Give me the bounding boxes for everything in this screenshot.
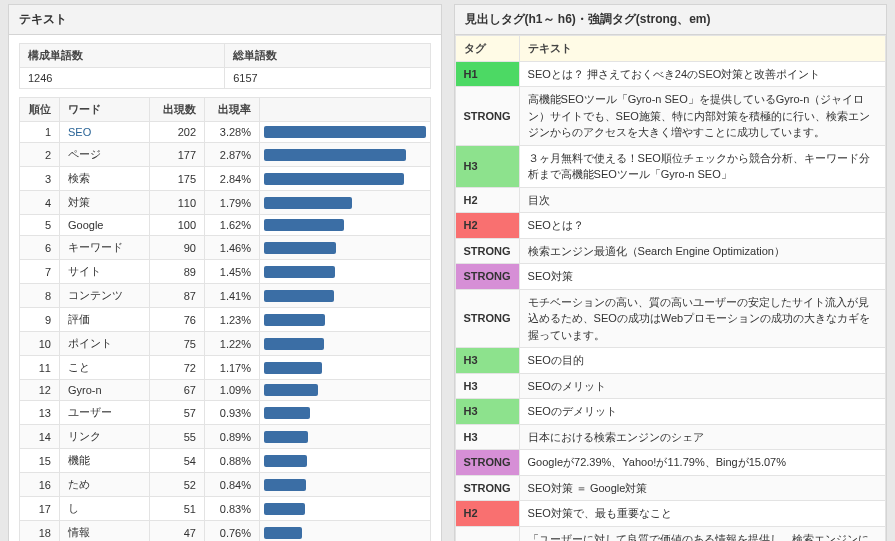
cell-word: 対策	[60, 191, 150, 215]
table-row: H2目次	[455, 187, 886, 213]
frequency-bar	[264, 242, 336, 254]
frequency-bar	[264, 126, 426, 138]
frequency-bar	[264, 503, 305, 515]
table-row: STRONG検索エンジン最適化（Search Engine Optimizati…	[455, 238, 886, 264]
word-table-header-row: 順位 ワード 出現数 出現率	[20, 98, 431, 122]
col-tag: タグ	[455, 36, 519, 62]
col-rank[interactable]: 順位	[20, 98, 60, 122]
cell-text: 検索エンジン最適化（Search Engine Optimization）	[519, 238, 885, 264]
frequency-bar	[264, 219, 344, 231]
cell-rank: 5	[20, 215, 60, 236]
cell-rate: 1.41%	[205, 284, 260, 308]
table-row: 3検索1752.84%	[20, 167, 431, 191]
table-row: H1SEOとは？ 押さえておくべき24のSEO対策と改善ポイント	[455, 61, 886, 87]
cell-bar	[260, 521, 431, 542]
frequency-bar	[264, 384, 318, 396]
cell-text: SEOのメリット	[519, 373, 885, 399]
table-row: 18情報470.76%	[20, 521, 431, 542]
table-row: H2SEOとは？	[455, 213, 886, 239]
cell-rate: 0.88%	[205, 449, 260, 473]
panel-title-headings: 見出しタグ(h1～ h6)・強調タグ(strong、em)	[455, 5, 887, 35]
cell-word: リンク	[60, 425, 150, 449]
cell-rate: 1.17%	[205, 356, 260, 380]
summary-table: 構成単語数 総単語数 1246 6157	[19, 43, 431, 89]
table-row: 2ページ1772.87%	[20, 143, 431, 167]
summary-header-wordcount: 構成単語数	[20, 44, 225, 68]
cell-rate: 0.76%	[205, 521, 260, 542]
table-row: STRONGSEO対策 ＝ Google対策	[455, 475, 886, 501]
cell-rank: 13	[20, 401, 60, 425]
cell-rank: 6	[20, 236, 60, 260]
cell-rate: 2.87%	[205, 143, 260, 167]
table-row: 11こと721.17%	[20, 356, 431, 380]
cell-word: 検索	[60, 167, 150, 191]
cell-count: 51	[150, 497, 205, 521]
cell-bar	[260, 215, 431, 236]
cell-word: ユーザー	[60, 401, 150, 425]
frequency-bar	[264, 455, 307, 467]
cell-count: 67	[150, 380, 205, 401]
heading-tags-panel: 見出しタグ(h1～ h6)・強調タグ(strong、em) タグ テキスト H1…	[454, 4, 888, 541]
cell-rate: 0.84%	[205, 473, 260, 497]
cell-rate: 1.46%	[205, 236, 260, 260]
cell-rate: 1.09%	[205, 380, 260, 401]
cell-bar	[260, 497, 431, 521]
table-row: H2SEO対策で、最も重要なこと	[455, 501, 886, 527]
cell-text: Googleが72.39%、Yahoo!が11.79%、Bingが15.07%	[519, 450, 885, 476]
cell-rate: 0.93%	[205, 401, 260, 425]
cell-bar	[260, 473, 431, 497]
cell-count: 76	[150, 308, 205, 332]
cell-rate: 0.89%	[205, 425, 260, 449]
cell-rank: 3	[20, 167, 60, 191]
cell-bar	[260, 236, 431, 260]
cell-rank: 9	[20, 308, 60, 332]
cell-count: 72	[150, 356, 205, 380]
frequency-bar	[264, 266, 335, 278]
cell-rank: 10	[20, 332, 60, 356]
cell-bar	[260, 356, 431, 380]
cell-rank: 1	[20, 122, 60, 143]
cell-text: SEOのデメリット	[519, 399, 885, 425]
table-row: 16ため520.84%	[20, 473, 431, 497]
cell-text: SEO対策で、最も重要なこと	[519, 501, 885, 527]
cell-word: ため	[60, 473, 150, 497]
table-row: STRONGGoogleが72.39%、Yahoo!が11.79%、Bingが1…	[455, 450, 886, 476]
frequency-bar	[264, 479, 306, 491]
table-row: STRONGモチベーションの高い、質の高いユーザーの安定したサイト流入が見込める…	[455, 289, 886, 348]
cell-text: SEOとは？ 押さえておくべき24のSEO対策と改善ポイント	[519, 61, 885, 87]
col-count[interactable]: 出現数	[150, 98, 205, 122]
frequency-bar	[264, 431, 308, 443]
table-row: 7サイト891.45%	[20, 260, 431, 284]
frequency-bar	[264, 314, 325, 326]
cell-rank: 7	[20, 260, 60, 284]
table-row: STRONGSEO対策	[455, 264, 886, 290]
word-frequency-table: 順位 ワード 出現数 出現率 1SEO2023.28%2ページ1772.87%3…	[19, 97, 431, 541]
cell-tag: STRONG	[455, 475, 519, 501]
col-bar	[260, 98, 431, 122]
table-row: 5Google1001.62%	[20, 215, 431, 236]
cell-bar	[260, 260, 431, 284]
cell-word: こと	[60, 356, 150, 380]
col-rate[interactable]: 出現率	[205, 98, 260, 122]
cell-count: 89	[150, 260, 205, 284]
cell-tag: STRONG	[455, 289, 519, 348]
cell-count: 54	[150, 449, 205, 473]
cell-count: 175	[150, 167, 205, 191]
col-word[interactable]: ワード	[60, 98, 150, 122]
cell-text: 高機能SEOツール「Gyro-n SEO」を提供しているGyro-n（ジャイロン…	[519, 87, 885, 146]
cell-rank: 11	[20, 356, 60, 380]
cell-word: し	[60, 497, 150, 521]
table-row: 15機能540.88%	[20, 449, 431, 473]
cell-word: 情報	[60, 521, 150, 542]
cell-text: SEOとは？	[519, 213, 885, 239]
cell-word[interactable]: SEO	[60, 122, 150, 143]
cell-tag: H3	[455, 373, 519, 399]
cell-tag: STRONG	[455, 264, 519, 290]
frequency-bar	[264, 197, 352, 209]
cell-bar	[260, 308, 431, 332]
table-row: STRONG高機能SEOツール「Gyro-n SEO」を提供しているGyro-n…	[455, 87, 886, 146]
cell-word: キーワード	[60, 236, 150, 260]
cell-rank: 8	[20, 284, 60, 308]
cell-count: 75	[150, 332, 205, 356]
table-row: 13ユーザー570.93%	[20, 401, 431, 425]
